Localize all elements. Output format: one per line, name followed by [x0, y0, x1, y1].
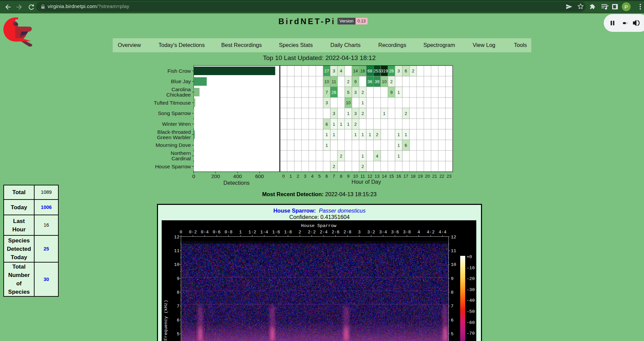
svg-text:16: 16	[396, 174, 401, 179]
svg-text:8: 8	[177, 290, 179, 295]
svg-text:1·2: 1·2	[248, 230, 256, 235]
svg-text:12: 12	[451, 235, 456, 240]
svg-text:Winter Wren: Winter Wren	[162, 121, 191, 127]
svg-text:Detections: Detections	[223, 180, 250, 186]
svg-text:10: 10	[382, 79, 387, 84]
svg-text:9: 9	[347, 174, 350, 179]
svg-text:1: 1	[333, 122, 335, 127]
svg-text:28: 28	[389, 68, 394, 73]
svg-text:2: 2	[405, 111, 407, 116]
svg-text:Green Warbler: Green Warbler	[157, 134, 191, 140]
svg-text:Blue Jay: Blue Jay	[171, 78, 191, 84]
svg-text:12: 12	[367, 174, 372, 179]
svg-text:9: 9	[354, 79, 357, 84]
svg-text:14: 14	[382, 174, 387, 179]
svg-text:11: 11	[332, 79, 336, 84]
svg-text:1·8: 1·8	[284, 230, 292, 235]
svg-text:10: 10	[346, 100, 351, 105]
svg-text:1: 1	[397, 143, 400, 148]
svg-text:-60: -60	[467, 320, 475, 325]
svg-text:4·4: 4·4	[439, 230, 447, 235]
svg-text:400: 400	[233, 173, 242, 179]
svg-text:6: 6	[325, 122, 328, 127]
svg-text:4: 4	[376, 154, 378, 159]
svg-text:68: 68	[368, 68, 372, 73]
svg-text:21: 21	[432, 174, 437, 179]
svg-text:5: 5	[347, 90, 350, 95]
svg-text:600: 600	[255, 173, 264, 179]
svg-text:7: 7	[333, 174, 335, 179]
svg-text:Black-throated: Black-throated	[157, 129, 191, 135]
svg-text:4: 4	[340, 68, 342, 73]
svg-text:2·2: 2·2	[308, 230, 316, 235]
svg-text:4·2: 4·2	[427, 230, 434, 235]
svg-text:1: 1	[347, 111, 350, 116]
svg-text:8: 8	[451, 290, 453, 295]
svg-text:253: 253	[374, 68, 381, 73]
svg-text:7: 7	[325, 90, 328, 95]
svg-text:2: 2	[340, 154, 342, 159]
svg-text:-40: -40	[467, 298, 475, 303]
svg-text:27: 27	[324, 68, 329, 73]
svg-text:3·6: 3·6	[391, 230, 399, 235]
svg-text:Song Sparrow: Song Sparrow	[158, 110, 191, 116]
svg-text:2: 2	[376, 132, 378, 137]
svg-text:9: 9	[390, 90, 393, 95]
svg-text:1: 1	[397, 90, 400, 95]
svg-text:0·2: 0·2	[189, 230, 197, 235]
svg-text:20: 20	[425, 174, 430, 179]
svg-text:22: 22	[439, 174, 444, 179]
svg-text:1: 1	[397, 154, 400, 159]
svg-text:1: 1	[340, 122, 342, 127]
svg-text:House Sparrow: House Sparrow	[301, 223, 336, 228]
svg-text:13: 13	[375, 174, 380, 179]
svg-text:3·4: 3·4	[379, 230, 387, 235]
svg-text:1: 1	[333, 132, 335, 137]
svg-text:-50: -50	[467, 309, 475, 314]
svg-text:4: 4	[311, 174, 313, 179]
svg-text:Tufted Titmouse: Tufted Titmouse	[154, 100, 191, 106]
svg-text:4: 4	[418, 230, 420, 235]
svg-text:Chickadee: Chickadee	[166, 92, 191, 98]
svg-text:Top 10 Last Updated: 2022-04-1: Top 10 Last Updated: 2022-04-13 18:12	[263, 54, 376, 61]
svg-text:0·4: 0·4	[201, 230, 209, 235]
svg-text:1: 1	[369, 132, 371, 137]
svg-text:12: 12	[174, 235, 179, 240]
svg-text:2: 2	[354, 122, 357, 127]
svg-text:11: 11	[360, 174, 365, 179]
svg-text:1·4: 1·4	[260, 230, 268, 235]
svg-text:House Sparrow: House Sparrow	[155, 164, 191, 169]
svg-text:1: 1	[362, 132, 364, 137]
svg-text:319: 319	[381, 68, 388, 73]
svg-text:19: 19	[418, 174, 423, 179]
svg-text:2: 2	[362, 90, 364, 95]
svg-text:3: 3	[354, 90, 357, 95]
svg-text:1: 1	[362, 100, 364, 105]
svg-text:1: 1	[347, 122, 350, 127]
svg-text:6: 6	[451, 318, 453, 323]
svg-text:5: 5	[177, 332, 179, 337]
svg-text:-10: -10	[467, 266, 475, 271]
svg-text:0: 0	[192, 173, 195, 179]
svg-text:1: 1	[325, 143, 328, 148]
svg-text:2: 2	[412, 68, 414, 73]
svg-text:6: 6	[405, 143, 407, 148]
svg-text:26: 26	[331, 90, 336, 95]
svg-text:10: 10	[353, 174, 358, 179]
svg-text:16: 16	[360, 68, 365, 73]
svg-text:Cardinal: Cardinal	[171, 156, 191, 161]
svg-text:Frequency (kHz): Frequency (kHz)	[163, 300, 168, 341]
svg-text:6: 6	[405, 68, 407, 73]
svg-text:11: 11	[451, 248, 456, 253]
svg-text:1: 1	[289, 174, 292, 179]
svg-text:+0: +0	[467, 254, 472, 260]
svg-text:9: 9	[451, 276, 453, 281]
svg-text:1: 1	[239, 230, 242, 235]
svg-text:1: 1	[354, 132, 357, 137]
svg-text:3: 3	[333, 68, 335, 73]
svg-text:39: 39	[375, 79, 379, 84]
svg-text:6: 6	[177, 318, 179, 323]
svg-text:2·4: 2·4	[320, 230, 328, 235]
svg-text:10: 10	[174, 262, 179, 267]
svg-text:1: 1	[383, 111, 385, 116]
